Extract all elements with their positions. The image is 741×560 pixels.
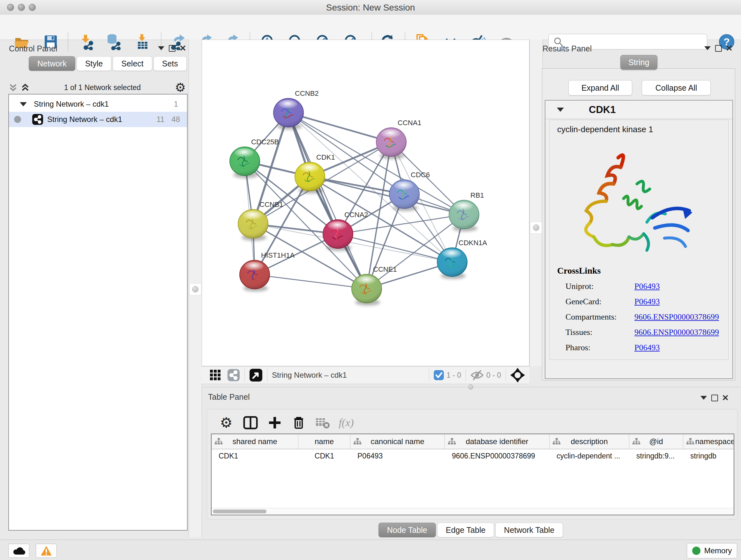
table-horizontal-scrollbar[interactable] (212, 508, 734, 515)
column-header-canonical-name[interactable]: canonical name (350, 434, 445, 449)
crosslink-link[interactable]: P06493 (634, 297, 660, 307)
tab-network-table[interactable]: Network Table (495, 523, 563, 537)
grid-view-icon[interactable] (209, 369, 221, 381)
crosslink-label: Pharos: (565, 343, 634, 353)
cell-namespace[interactable]: stringdb (683, 452, 734, 460)
memory-status-dot-icon (692, 547, 700, 555)
crosslink-label: Tissues: (565, 327, 634, 337)
cloud-icon (12, 546, 25, 556)
left-splitter[interactable] (189, 40, 202, 537)
node-label: CDC25B (251, 138, 279, 146)
network-edge[interactable] (255, 274, 367, 289)
network-edge[interactable] (288, 113, 391, 142)
control-panel-window-controls: ✕ (156, 44, 188, 53)
delete-table-icon[interactable] (314, 414, 332, 432)
table-row[interactable]: CDK1CDK1P064939606.ENSP00000378699cyclin… (212, 449, 734, 462)
panel-float-icon[interactable] (709, 393, 720, 402)
show-column-panel-icon[interactable] (242, 414, 259, 432)
cell-name[interactable]: CDK1 (298, 452, 350, 460)
delete-column-icon[interactable] (290, 414, 308, 432)
results-panel: Results Panel ✕ String Expand All Collap… (539, 42, 741, 381)
network-edge[interactable] (288, 113, 367, 289)
crosslink-link[interactable]: P06493 (634, 282, 660, 291)
cell-description[interactable]: cyclin-dependent ... (549, 452, 629, 460)
cell-shared-name[interactable]: CDK1 (212, 452, 298, 460)
network-selector-bar: 1 of 1 Network selected ⚙ (8, 80, 186, 95)
crosslink-link[interactable]: 9606.ENSP00000378699 (634, 327, 719, 337)
network-selection-status: 1 of 1 Network selected (30, 83, 175, 92)
crosslink-link[interactable]: P06493 (634, 343, 660, 353)
hidden-items-eye-icon[interactable] (470, 370, 484, 381)
title-bar: Session: New Session (0, 0, 741, 15)
collection-expander-icon[interactable] (20, 102, 27, 106)
node-details-box: CDK1 cyclin-dependent kinase 1 (545, 100, 733, 379)
gene-header-row[interactable]: CDK1 (545, 101, 732, 119)
column-header-description[interactable]: description (549, 434, 629, 449)
tab-string[interactable]: String (620, 55, 657, 70)
network-collection-row[interactable]: String Network – cdk1 1 (9, 97, 187, 112)
panel-close-icon[interactable]: ✕ (720, 393, 731, 402)
tab-network[interactable]: Network (29, 56, 75, 71)
network-node-CDC25B[interactable]: CDC25B (230, 138, 279, 178)
cell-canonical-name[interactable]: P06493 (350, 452, 445, 460)
cloud-status-button[interactable] (8, 544, 29, 558)
tab-sets[interactable]: Sets (153, 56, 187, 71)
memory-label: Memory (704, 546, 732, 555)
column-header-database-identifier[interactable]: database identifier (445, 434, 549, 449)
panel-collapse-icon[interactable] (698, 393, 709, 402)
crosslink-label: Compartments: (565, 312, 634, 322)
table-options-gear-icon[interactable]: ⚙ (217, 414, 235, 432)
column-header-name[interactable]: name (298, 434, 350, 449)
crosslink-link[interactable]: 9606.ENSP00000378699 (634, 312, 719, 322)
network-view-canvas[interactable]: CCNB2CCNA1CDC25BCDK1CDC6RB1CCNB1CCNA2CDK… (202, 40, 529, 366)
panel-close-icon[interactable]: ✕ (724, 44, 735, 53)
gene-description: cyclin-dependent kinase 1 (557, 125, 653, 134)
table-panel-window-controls: ✕ (698, 393, 731, 402)
panel-float-icon[interactable] (713, 44, 724, 53)
network-graph: CCNB2CCNA1CDC25BCDK1CDC6RB1CCNB1CCNA2CDK… (202, 40, 529, 366)
panel-float-icon[interactable] (166, 44, 178, 53)
tab-edge-table[interactable]: Edge Table (437, 523, 494, 537)
selected-items-checkbox-icon[interactable] (434, 370, 444, 380)
birdseye-view-icon[interactable] (249, 368, 263, 382)
network-node-CCNA1[interactable]: CCNA1 (376, 119, 421, 159)
panel-close-icon[interactable]: ✕ (178, 44, 188, 53)
pan-crosshair-icon[interactable] (510, 368, 525, 382)
results-panel-window-controls: ✕ (702, 44, 735, 53)
expand-all-networks-icon[interactable] (8, 82, 18, 93)
column-header-namespace[interactable]: namespace (683, 434, 734, 449)
tab-node-table[interactable]: Node Table (379, 523, 436, 537)
panel-collapse-icon[interactable] (156, 44, 166, 53)
tab-style[interactable]: Style (77, 56, 112, 71)
warnings-button[interactable] (36, 544, 57, 558)
panel-collapse-icon[interactable] (702, 44, 713, 53)
network-node-RB1[interactable]: RB1 (449, 191, 484, 232)
collapse-all-button[interactable]: Collapse All (642, 80, 711, 96)
network-options-gear-icon[interactable]: ⚙ (175, 81, 186, 94)
gene-expander-icon[interactable] (557, 108, 564, 112)
network-node-count: 11 (156, 115, 164, 124)
network-node-CCNB2[interactable]: CCNB2 (273, 89, 319, 130)
collapse-all-networks-icon[interactable] (20, 82, 30, 93)
function-builder-icon: f(x) (337, 414, 355, 432)
node-table[interactable]: shared namenamecanonical namedatabase id… (211, 434, 734, 515)
crosslink-row: Compartments:9606.ENSP00000378699 (557, 312, 719, 322)
column-header-shared-name[interactable]: shared name (212, 434, 298, 449)
network-overview-icon[interactable] (227, 369, 240, 381)
column-header--id[interactable]: @id (629, 434, 683, 449)
warning-icon (41, 546, 52, 556)
tab-select[interactable]: Select (113, 56, 152, 71)
cell-database-identifier[interactable]: 9606.ENSP00000378699 (445, 452, 549, 460)
network-node-HIST1H1A[interactable]: HIST1H1A (240, 251, 294, 292)
table-header-row: shared namenamecanonical namedatabase id… (212, 434, 734, 449)
view-toolbar-separator (466, 369, 466, 381)
node-label: CDC6 (411, 171, 430, 179)
memory-button[interactable]: Memory (687, 543, 737, 558)
scrollbar-thumb[interactable] (213, 509, 266, 513)
expand-all-button[interactable]: Expand All (568, 80, 632, 96)
cell--id[interactable]: stringdb:9... (629, 452, 683, 460)
network-row[interactable]: String Network – cdk1 11 48 (9, 112, 187, 127)
crosslink-row: GeneCard:P06493 (557, 297, 719, 307)
network-node-CDKN1A[interactable]: CDKN1A (437, 239, 487, 279)
create-column-icon[interactable] (266, 414, 284, 432)
